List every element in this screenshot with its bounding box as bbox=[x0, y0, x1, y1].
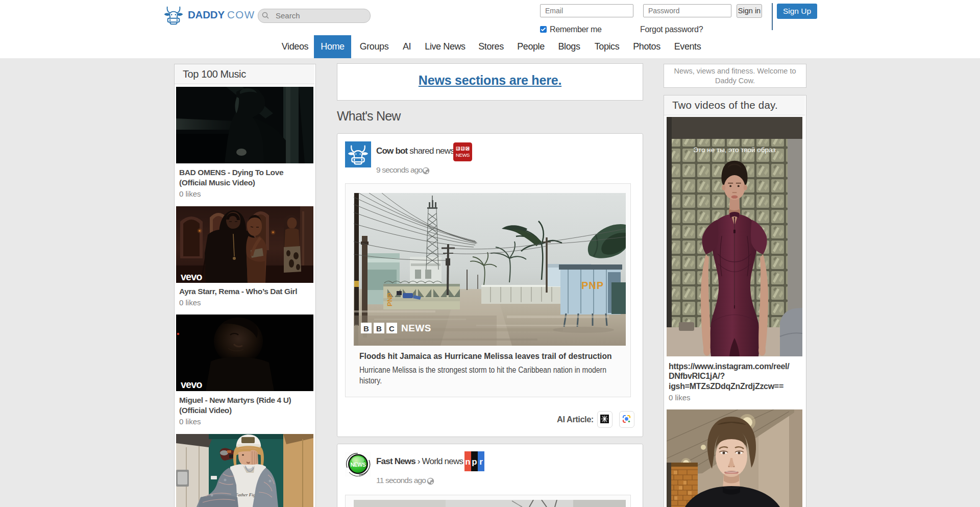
svg-text:NEWS: NEWS bbox=[456, 152, 470, 158]
svg-text:C: C bbox=[389, 324, 395, 333]
svg-text:NEWS: NEWS bbox=[401, 323, 431, 333]
svg-text:Это не ты, это твой образ: Это не ты, это твой образ bbox=[693, 146, 775, 154]
svg-text:PNP: PNP bbox=[386, 293, 394, 306]
svg-text:B: B bbox=[376, 324, 382, 333]
svg-text:n: n bbox=[465, 457, 470, 467]
svg-text:B: B bbox=[457, 147, 459, 150]
svg-text:PNP: PNP bbox=[581, 280, 604, 291]
svg-text:B: B bbox=[363, 324, 369, 333]
svg-text:r: r bbox=[479, 457, 483, 467]
svg-text:C: C bbox=[467, 147, 469, 150]
svg-text:vevo: vevo bbox=[181, 379, 202, 390]
svg-text:B: B bbox=[461, 147, 464, 150]
svg-text:p: p bbox=[472, 457, 477, 467]
svg-text:NEWS: NEWS bbox=[351, 462, 366, 468]
svg-text:vevo: vevo bbox=[181, 271, 202, 282]
